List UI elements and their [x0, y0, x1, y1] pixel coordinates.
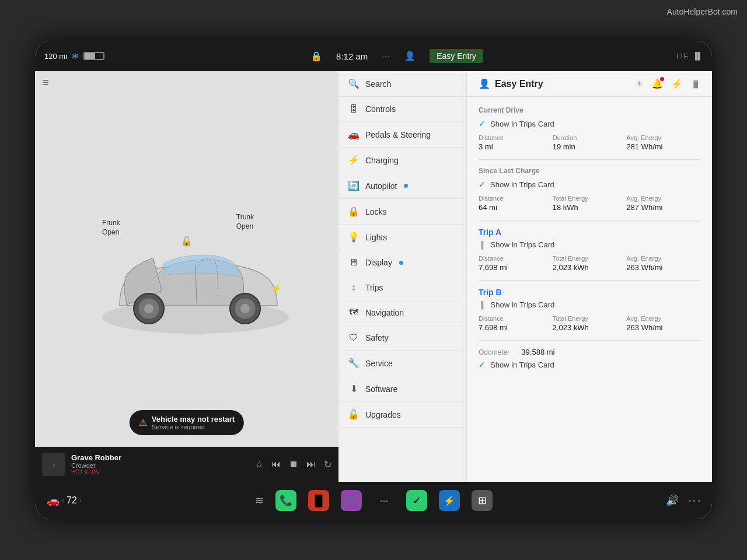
since-charge-total-energy: Total Energy 18 kWh [553, 195, 627, 212]
navigation-label: Navigation [365, 308, 404, 317]
menu-charging[interactable]: ⚡ Charging [338, 148, 466, 173]
taskbar-fan-icon[interactable]: ≋ [255, 494, 264, 507]
taskbar-car-icon[interactable]: 🚗 [47, 494, 60, 507]
since-charge-stats: Distance 64 mi Total Energy 18 kWh Avg. … [479, 195, 700, 212]
lights-label: Lights [365, 233, 387, 242]
menu-lights[interactable]: 💡 Lights [338, 225, 466, 250]
trip-a-total-energy-label: Total Energy [553, 255, 627, 262]
menu-navigation[interactable]: 🗺 Navigation [338, 300, 466, 326]
menu-safety[interactable]: 🛡 Safety [338, 326, 466, 351]
odometer-check-icon: ✓ [479, 360, 486, 369]
safety-label: Safety [365, 333, 389, 342]
menu-display[interactable]: 🖥 Display [338, 250, 466, 275]
trip-a-title[interactable]: Trip A [479, 228, 700, 237]
notification-icon[interactable]: 🔔 [651, 78, 663, 89]
separator: --- [382, 51, 390, 61]
music-player: ♪ Grave Robber Crowder HD1 KLDV ☆ ⏮ ⏹ ⏭ … [35, 447, 338, 482]
trip-a-distance: Distance 7,698 mi [479, 255, 553, 272]
menu-controls[interactable]: 🎛 Controls [338, 97, 466, 122]
taskbar-chevron-right[interactable]: › [79, 496, 82, 505]
next-button[interactable]: ⏭ [306, 459, 316, 470]
grid-app-icon[interactable]: ⊞ [472, 490, 493, 511]
camera-app-icon[interactable]: 🎵 [341, 490, 362, 511]
locks-label: Locks [365, 207, 387, 216]
current-drive-duration-value: 19 min [553, 142, 627, 151]
trip-b-title[interactable]: Trip B [479, 288, 700, 297]
album-art: ♪ [42, 453, 65, 476]
since-charge-avg-energy: Avg. Energy 287 Wh/mi [626, 195, 700, 212]
battery-fill [85, 53, 95, 59]
trip-b-avg-energy-value: 263 Wh/mi [626, 323, 700, 332]
stop-button[interactable]: ⏹ [289, 459, 298, 470]
prev-button[interactable]: ⏮ [271, 459, 281, 470]
right-header-icons: ☀ 🔔 ⚡ ▐▌ [635, 78, 700, 89]
menu-pedals[interactable]: 🚗 Pedals & Steering [338, 122, 466, 148]
current-drive-duration: Duration 19 min [553, 134, 627, 151]
trip-a-distance-label: Distance [479, 255, 553, 262]
menu-software[interactable]: ⬇ Software [338, 376, 466, 402]
odometer-row: Odometer 39,588 mi [479, 348, 700, 356]
menu-panel: 🔍 Search 🎛 Controls 🚗 Pedals & Steering … [338, 71, 467, 482]
menu-service[interactable]: 🔧 Service [338, 351, 466, 376]
menu-locks[interactable]: 🔒 Locks [338, 199, 466, 225]
pedals-icon: 🚗 [348, 129, 359, 140]
since-charge-avg-energy-label: Avg. Energy [626, 195, 700, 202]
controls-label: Controls [365, 104, 396, 114]
trips-label: Trips [365, 283, 383, 292]
profile-label[interactable]: Easy Entry [430, 49, 483, 63]
menu-autopilot[interactable]: 🔄 Autopilot [338, 173, 466, 199]
status-bar-center: 🔒 8:12 am --- 👤 Easy Entry [161, 49, 633, 63]
odometer-check-label: Show in Trips Card [490, 360, 554, 369]
right-title-container: 👤 Easy Entry [479, 78, 543, 89]
signal-icon: ▐▌ [693, 52, 703, 60]
menu-upgrades[interactable]: 🔓 Upgrades [338, 402, 466, 428]
status-bar-left: 120 mi ❄ [44, 51, 161, 61]
taskbar-chevron-left[interactable]: ‹ [62, 496, 64, 505]
odometer-checkbox-row[interactable]: ✓ Show in Trips Card [479, 360, 700, 369]
music-controls[interactable]: ☆ ⏮ ⏹ ⏭ ↻ [255, 459, 331, 470]
more-apps-icon[interactable]: ··· [374, 490, 395, 511]
warning-line2: Service is required [152, 424, 235, 430]
song-station: HD1 KLDV [71, 469, 249, 475]
upgrades-label: Upgrades [365, 410, 401, 419]
current-drive-checkbox-row[interactable]: ✓ Show in Trips Card [479, 119, 700, 128]
main-content: ≡ Frunk Open Trunk Open 🔓 [35, 71, 712, 482]
volume-icon[interactable]: 🔊 [666, 494, 679, 507]
favorite-button[interactable]: ☆ [255, 459, 263, 470]
since-charge-check-icon: ✓ [479, 180, 486, 189]
song-title: Grave Robber [71, 453, 249, 462]
bluetooth-app-icon[interactable]: ⚡ [439, 490, 460, 511]
music-app-icon[interactable]: ▐▌ [308, 490, 329, 511]
trip-b-total-energy: Total Energy 2,023 kWh [553, 315, 627, 332]
trip-a-toggle-icon: ▐ [479, 241, 484, 249]
service-label: Service [365, 359, 393, 368]
divider2 [479, 220, 700, 220]
tesla-screen: 120 mi ❄ 🔒 8:12 am --- 👤 Easy Entry LTE … [35, 41, 712, 519]
trip-a-checkbox-row[interactable]: ▐ Show in Trips Card [479, 240, 700, 249]
trip-b-checkbox-row[interactable]: ▐ Show in Trips Card [479, 300, 700, 309]
menu-search[interactable]: 🔍 Search [338, 71, 466, 97]
since-charge-check-label: Show in Trips Card [490, 180, 554, 189]
since-charge-total-energy-label: Total Energy [553, 195, 627, 202]
trip-b-avg-energy-label: Avg. Energy [626, 315, 700, 322]
clock: 8:12 am [336, 51, 368, 61]
trip-b-check-label: Show in Trips Card [491, 300, 555, 309]
car-header: ≡ [35, 71, 338, 94]
locks-icon: 🔒 [348, 206, 359, 217]
warning-box: ⚠ Vehicle may not restart Service is req… [130, 410, 244, 435]
menu-trips[interactable]: ↕ Trips [338, 275, 466, 300]
sun-icon: ☀ [635, 78, 643, 89]
left-panel: ≡ Frunk Open Trunk Open 🔓 [35, 71, 338, 482]
right-panel: 👤 Easy Entry ☀ 🔔 ⚡ ▐▌ Current Drive [467, 71, 712, 482]
odometer-label: Odometer [479, 348, 509, 356]
since-charge-checkbox-row[interactable]: ✓ Show in Trips Card [479, 180, 700, 189]
car-svg: ⚡ [85, 201, 306, 352]
check-app-icon[interactable]: ✓ [406, 490, 427, 511]
user-profile-icon: 👤 [479, 78, 490, 89]
trip-b-total-energy-label: Total Energy [553, 315, 627, 322]
repeat-button[interactable]: ↻ [324, 459, 331, 470]
phone-app-icon[interactable]: 📞 [275, 490, 296, 511]
svg-point-6 [240, 304, 250, 313]
song-artist: Crowder [71, 462, 249, 469]
current-drive-check-icon: ✓ [479, 119, 486, 128]
